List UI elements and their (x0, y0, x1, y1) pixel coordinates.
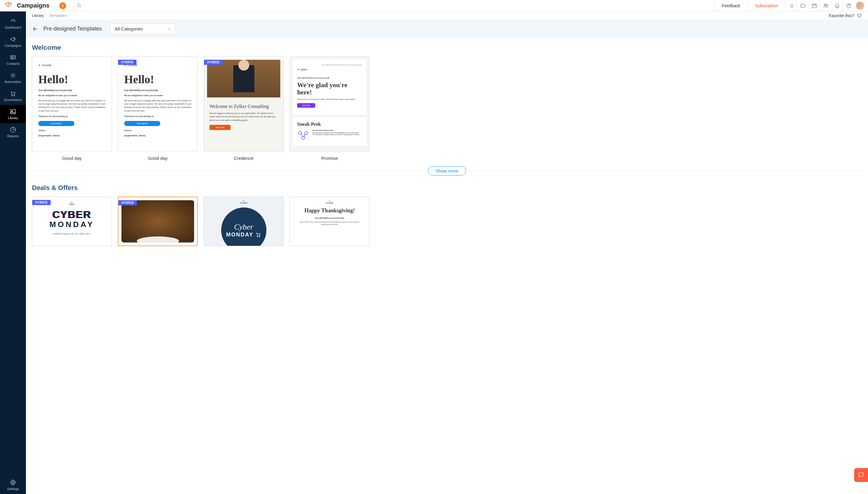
svg-point-12 (12, 482, 14, 483)
sidebar: Dashboard Campaigns Contacts Automation … (0, 12, 26, 494)
sidebar-label: Ecommerce (4, 98, 22, 102)
sidebar-item-ecommerce[interactable]: Ecommerce (0, 87, 26, 105)
template-card-promise[interactable]: Not rendering correctly? View this email… (290, 56, 370, 151)
template-name: Promise (290, 156, 370, 161)
calendar-icon (812, 3, 817, 8)
svg-point-2 (824, 4, 826, 5)
automation-icon (9, 72, 16, 79)
sidebar-label: Automation (4, 80, 21, 83)
template-card-cyber-monday-2[interactable]: ✦ZYLKER Cyber MONDAY (204, 197, 283, 246)
template-card-thanksgiving-turkey[interactable]: HYBRID (118, 197, 198, 246)
app-logo (4, 1, 13, 10)
breadcrumb-library[interactable]: Library (32, 13, 44, 18)
page-title: Pre-designed Templates (43, 26, 102, 32)
show-more-button[interactable]: Show more (428, 166, 466, 175)
sidebar-label: Campaigns (4, 44, 21, 48)
template-name: Credence (204, 156, 283, 161)
sidebar-item-library[interactable]: Library (0, 105, 26, 123)
app-title: Campaigns (17, 2, 50, 9)
svg-point-3 (826, 4, 827, 5)
back-arrow-icon[interactable] (32, 26, 39, 32)
bell-icon (834, 3, 840, 8)
chat-widget[interactable] (854, 468, 868, 482)
people-icon (823, 3, 829, 8)
hybrid-badge: HYBRID (118, 60, 137, 65)
svg-point-17 (259, 236, 260, 237)
category-dropdown[interactable]: All Categories (110, 23, 176, 34)
user-avatar[interactable] (856, 1, 864, 10)
feedback-link[interactable]: Feedback (714, 0, 747, 12)
hybrid-badge: HYBRID (32, 200, 51, 205)
chevron-right-icon: › (46, 13, 47, 18)
list-icon (789, 3, 794, 8)
section-title-welcome: Welcome (32, 44, 862, 52)
svg-point-6 (12, 56, 13, 58)
template-name: Good day (118, 156, 198, 161)
favorite-label: Favorite this? (829, 13, 854, 18)
sidebar-item-automation[interactable]: Automation (0, 69, 26, 87)
image-icon (9, 108, 16, 115)
breadcrumb-templates: Templates (49, 13, 66, 18)
help-icon (846, 3, 851, 8)
dropdown-value: All Categories (115, 26, 143, 31)
main-content: Library › Templates Favorite this? Pre-d… (26, 12, 868, 494)
page-header: Pre-designed Templates All Categories (26, 20, 868, 38)
sidebar-item-campaigns[interactable]: Campaigns (0, 33, 26, 51)
gear-icon (9, 479, 16, 486)
cart-icon (9, 90, 16, 97)
pie-icon (9, 126, 16, 133)
sidebar-item-dashboard[interactable]: Dashboard (0, 15, 26, 33)
svg-point-7 (12, 75, 14, 76)
svg-point-11 (12, 110, 13, 112)
folder-icon (800, 3, 806, 8)
sidebar-label: Library (8, 116, 18, 120)
svg-point-16 (257, 236, 258, 237)
svg-point-0 (77, 4, 80, 7)
breadcrumb: Library › Templates Favorite this? (26, 12, 868, 20)
plus-icon (61, 4, 65, 8)
hybrid-badge: HYBRID (118, 200, 137, 205)
gauge-icon (9, 18, 16, 24)
heart-icon[interactable] (856, 13, 862, 18)
sidebar-item-contacts[interactable]: Contacts (0, 51, 26, 69)
svg-point-8 (12, 95, 13, 96)
topbar: Campaigns Feedback Subscription (0, 0, 868, 12)
create-button[interactable] (59, 2, 66, 10)
template-card-cyber-monday[interactable]: HYBRID ✦Zylker CYBER MONDAY SUPER SALE U… (32, 197, 112, 246)
sidebar-label: Settings (7, 487, 19, 491)
search-button[interactable] (74, 0, 84, 12)
subscription-link[interactable]: Subscription (747, 0, 785, 12)
share-icon (297, 129, 309, 141)
cart-icon (255, 232, 261, 238)
sidebar-label: Dashboard (5, 26, 21, 29)
svg-point-9 (14, 95, 15, 96)
megaphone-icon (9, 36, 16, 42)
folder-button[interactable] (797, 0, 808, 12)
template-card-credence[interactable]: HYBRID Welcome to Zylker Consulting We a… (204, 56, 283, 151)
list-button[interactable] (785, 0, 797, 12)
chat-icon (858, 472, 864, 478)
sidebar-label: Reports (7, 134, 19, 138)
help-button[interactable] (843, 0, 854, 12)
sidebar-item-reports[interactable]: Reports (0, 123, 26, 141)
template-card-goodday-2[interactable]: HYBRID ✦ZYLKER Hello! Dear $[FNAME|Custo… (118, 56, 198, 151)
section-title-deals: Deals & Offers (32, 184, 862, 192)
search-icon (77, 3, 82, 8)
chevron-down-icon (167, 27, 171, 31)
notifications-button[interactable] (831, 0, 843, 12)
svg-rect-5 (11, 56, 16, 59)
people-button[interactable] (820, 0, 831, 12)
template-card-goodday-1[interactable]: ✦ZYLKER Hello! Dear $[FNAME|Customer|Gue… (32, 56, 112, 151)
id-card-icon (9, 54, 16, 61)
calendar-button[interactable] (808, 0, 820, 12)
svg-point-15 (302, 136, 305, 139)
sidebar-item-settings[interactable]: Settings (0, 476, 26, 494)
template-name: Good day (32, 156, 112, 161)
svg-rect-1 (812, 4, 816, 7)
hybrid-badge: HYBRID (204, 60, 222, 65)
template-card-happy-thanksgiving[interactable]: ✦ZYLKER Happy Thanksgiving! Dear $[FNAME… (290, 197, 370, 246)
sidebar-label: Contacts (6, 62, 19, 65)
